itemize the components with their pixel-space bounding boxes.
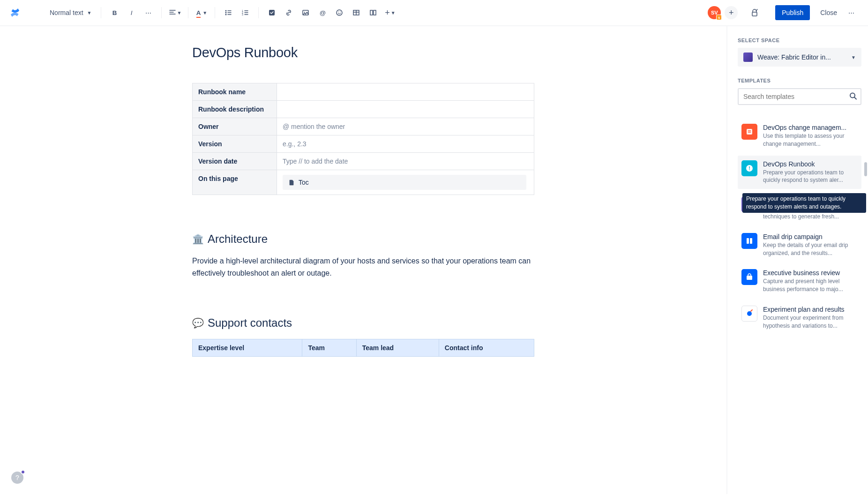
meta-value[interactable]: e.g., 2.3 (277, 135, 534, 153)
publish-button[interactable]: Publish (775, 5, 810, 20)
template-desc: Document your experiment from hypothesis… (763, 314, 858, 330)
meta-value[interactable]: Toc (277, 170, 534, 195)
document-icon (288, 179, 295, 186)
layouts-button[interactable] (366, 5, 381, 20)
svg-rect-14 (374, 10, 376, 15)
svg-point-11 (340, 12, 341, 13)
mention-button[interactable]: @ (315, 5, 330, 20)
space-selector[interactable]: Weave: Fabric Editor in... ▼ (738, 48, 861, 67)
table-row: On this page Toc (193, 170, 534, 195)
help-icon: ? (15, 474, 19, 481)
confluence-logo-icon (9, 7, 21, 18)
template-search (738, 88, 861, 105)
space-name: Weave: Fabric Editor in... (757, 53, 846, 61)
meta-label[interactable]: Runbook description (193, 101, 277, 118)
meta-label[interactable]: Owner (193, 118, 277, 135)
toc-macro[interactable]: Toc (283, 175, 526, 190)
svg-rect-17 (747, 129, 752, 135)
table-header[interactable]: Team lead (356, 339, 439, 357)
svg-point-10 (338, 12, 339, 13)
toolbar-divider (215, 7, 215, 18)
template-item[interactable]: DevOps change managem... Use this templa… (738, 119, 861, 153)
table-header-row: Expertise level Team Team lead Contact i… (193, 339, 534, 357)
bullet-list-button[interactable] (221, 5, 236, 20)
link-button[interactable] (281, 5, 296, 20)
template-item[interactable]: Email drip campaign Keep the details of … (738, 228, 861, 262)
template-desc: Keep the details of your email drip orga… (763, 241, 858, 257)
toc-label: Toc (299, 179, 309, 186)
chevron-down-icon: ▼ (177, 10, 182, 15)
editor-toolbar: Normal text ▼ B I ⋯ ▼ A ▼ 123 @ +▼ (0, 0, 868, 26)
svg-text:!: ! (748, 165, 750, 171)
support-emoji-icon: 💬 (192, 317, 204, 329)
svg-point-0 (225, 10, 227, 12)
space-icon (743, 52, 753, 62)
text-color-button[interactable]: A ▼ (194, 5, 209, 20)
restrictions-button[interactable] (747, 5, 762, 20)
table-row: Runbook name (193, 83, 534, 101)
numbered-list-button[interactable]: 123 (238, 5, 253, 20)
meta-value[interactable]: @ mention the owner (277, 118, 534, 135)
scrollbar-thumb[interactable] (864, 162, 867, 176)
text-style-dropdown[interactable]: Normal text ▼ (46, 7, 95, 18)
bold-button[interactable]: B (107, 5, 122, 20)
architecture-body[interactable]: Provide a high-level architectural diagr… (192, 255, 534, 279)
meta-value[interactable]: Type // to add the date (277, 153, 534, 170)
meta-label[interactable]: On this page (193, 170, 277, 195)
svg-rect-21 (747, 238, 749, 244)
table-header[interactable]: Contact info (439, 339, 534, 357)
chevron-down-icon: ▼ (202, 10, 207, 15)
template-item[interactable]: ! DevOps Runbook Prepare your operations… (738, 156, 861, 189)
search-input[interactable] (738, 88, 861, 105)
italic-button[interactable]: I (124, 5, 139, 20)
template-item[interactable]: Executive business review Capture and pr… (738, 264, 861, 298)
svg-point-2 (225, 14, 227, 15)
search-icon (848, 91, 858, 102)
template-icon (741, 269, 757, 285)
support-contacts-table[interactable]: Expertise level Team Team lead Contact i… (192, 339, 534, 357)
template-title: Experiment plan and results (763, 306, 858, 313)
meta-value[interactable] (277, 101, 534, 118)
template-tooltip: Prepare your operations team to quickly … (742, 193, 866, 213)
help-button[interactable]: ? (11, 472, 23, 484)
svg-rect-22 (750, 238, 752, 244)
svg-point-24 (747, 311, 752, 316)
architecture-title: Architecture (208, 232, 268, 246)
table-button[interactable] (349, 5, 364, 20)
invite-user-button[interactable]: + (725, 6, 738, 19)
main-area: DevOps Runbook Runbook name Runbook desc… (0, 26, 868, 494)
svg-text:3: 3 (242, 13, 243, 16)
insert-button[interactable]: +▼ (382, 5, 397, 20)
table-header[interactable]: Team (302, 339, 356, 357)
editor-area[interactable]: DevOps Runbook Runbook name Runbook desc… (0, 26, 727, 494)
template-title: Email drip campaign (763, 233, 858, 240)
svg-rect-15 (752, 12, 757, 16)
image-button[interactable] (298, 5, 313, 20)
meta-label[interactable]: Version date (193, 153, 277, 170)
user-avatar[interactable]: SV s (708, 6, 721, 19)
architecture-heading[interactable]: 🏛️ Architecture (192, 232, 534, 246)
svg-point-9 (337, 10, 342, 15)
meta-value[interactable] (277, 83, 534, 101)
action-item-button[interactable] (264, 5, 279, 20)
meta-label[interactable]: Runbook name (193, 83, 277, 101)
align-button[interactable]: ▼ (167, 5, 182, 20)
template-desc: Use this template to assess your change … (763, 132, 858, 148)
more-formatting-button[interactable]: ⋯ (141, 5, 156, 20)
table-row: Owner @ mention the owner (193, 118, 534, 135)
template-desc: Capture and present high level business … (763, 278, 858, 293)
meta-label[interactable]: Version (193, 135, 277, 153)
support-contacts-heading[interactable]: 💬 Support contacts (192, 316, 534, 330)
notification-dot (21, 470, 25, 474)
template-item[interactable]: Experiment plan and results Document you… (738, 301, 861, 335)
table-row: Version e.g., 2.3 (193, 135, 534, 153)
page-title[interactable]: DevOps Runbook (192, 45, 534, 60)
template-sidebar: SELECT SPACE Weave: Fabric Editor in... … (727, 26, 868, 494)
emoji-button[interactable] (332, 5, 347, 20)
more-actions-button[interactable]: ⋯ (844, 5, 859, 20)
table-header[interactable]: Expertise level (193, 339, 302, 357)
template-icon (741, 306, 757, 322)
close-button[interactable]: Close (816, 5, 842, 20)
text-style-label: Normal text (50, 9, 83, 16)
select-space-label: SELECT SPACE (738, 38, 861, 43)
